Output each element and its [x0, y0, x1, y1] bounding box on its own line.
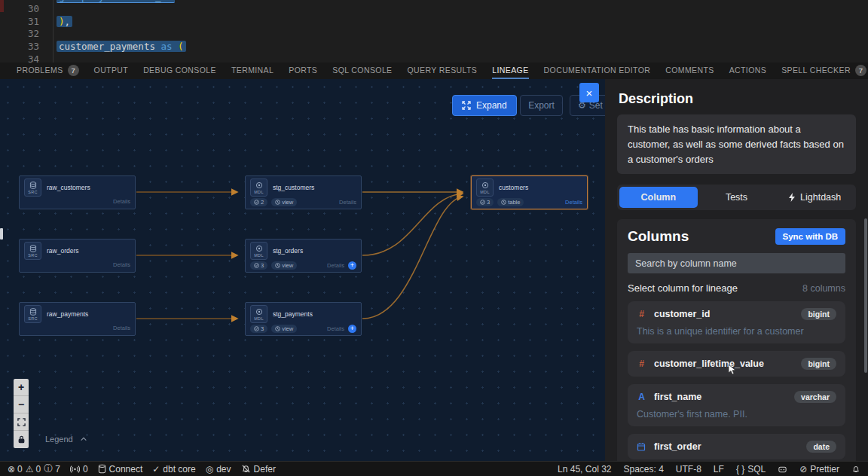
env-selector[interactable]: ◎ dev [206, 464, 231, 474]
tab-actions[interactable]: ACTIONS [729, 63, 766, 79]
bell-slash-icon [241, 464, 251, 474]
node-raw-payments[interactable]: SRCraw_payments Details [19, 302, 136, 336]
type-badge: varchar [794, 391, 836, 403]
node-details-link[interactable]: Details [565, 199, 582, 206]
node-raw-customers[interactable]: SRCraw_customers Details [19, 175, 136, 209]
node-details-link[interactable]: Details [113, 261, 130, 268]
model-icon: MDL [250, 242, 267, 260]
export-button[interactable]: Export [520, 95, 563, 116]
node-details-link[interactable]: Details [339, 199, 356, 206]
eol-selector[interactable]: LF [714, 464, 724, 474]
source-icon: SRC [24, 178, 41, 197]
warning-icon: ⚠ [26, 464, 34, 474]
node-raw-orders[interactable]: SRCraw_orders Details [19, 239, 136, 273]
column-item-customer-id[interactable]: # customer_id bigint This is a unique id… [628, 301, 845, 343]
tab-column[interactable]: Column [619, 187, 698, 208]
tab-lightdash[interactable]: Lightdash [775, 187, 854, 208]
target-icon: ◎ [206, 464, 213, 474]
dbt-core-status[interactable]: ✓ dbt core [152, 464, 195, 474]
node-stg-customers[interactable]: MDLstg_customers 2 view Details [245, 175, 362, 209]
tab-output[interactable]: OUTPUT [94, 63, 129, 79]
canvas-controls: + − [14, 379, 29, 448]
node-details-link[interactable]: Details [327, 262, 344, 269]
gutter-line-34: 34 [0, 53, 39, 63]
ports-status[interactable]: 0 [70, 464, 88, 474]
model-icon: MDL [476, 178, 494, 197]
braces-icon: { } [736, 464, 744, 474]
tab-debug-console[interactable]: DEBUG CONSOLE [143, 63, 216, 79]
gutter-line-31: 31 [0, 16, 39, 27]
tab-query-results[interactable]: QUERY RESULTS [408, 63, 478, 79]
broadcast-icon [70, 465, 80, 474]
notifications-bell[interactable] [851, 464, 860, 474]
defer-toggle[interactable]: Defer [241, 464, 276, 474]
text-type-icon: A [637, 392, 646, 402]
source-icon: SRC [24, 242, 41, 260]
lock-button[interactable] [14, 431, 29, 448]
expand-columns-button[interactable]: + [348, 261, 356, 270]
tab-tests[interactable]: Tests [698, 187, 776, 208]
fit-view-button[interactable] [14, 413, 29, 431]
copilot-status[interactable] [778, 465, 787, 474]
column-item-first-order[interactable]: first_order date [628, 434, 845, 459]
model-icon: MDL [250, 178, 267, 197]
description-body: This table has basic information about a… [617, 114, 856, 174]
column-item-first-name[interactable]: A first_name varchar Customer's first na… [628, 384, 845, 426]
encoding[interactable]: UTF-8 [676, 464, 701, 474]
zoom-out-button[interactable]: − [14, 396, 29, 413]
select-column-label: Select column for lineage [628, 282, 738, 294]
panel-resize-handle[interactable] [0, 228, 3, 240]
tab-ports[interactable]: PORTS [289, 63, 317, 79]
gutter-line-32: 32 [0, 28, 39, 39]
zoom-in-button[interactable]: + [14, 379, 29, 396]
formatter-status[interactable]: ⊘ Prettier [799, 464, 839, 474]
language-mode[interactable]: { } SQL [736, 464, 766, 474]
status-bar: ⊗0 ⚠0 ⓘ7 0 Connect ✓ dbt core ◎ dev Defe… [0, 461, 868, 476]
type-badge: bigint [801, 308, 836, 320]
node-details-link[interactable]: Details [113, 325, 130, 331]
node-details-link[interactable]: Details [327, 325, 344, 332]
panel-tab-bar: PROBLEMS7 OUTPUT DEBUG CONSOLE TERMINAL … [0, 63, 868, 79]
tab-problems[interactable]: PROBLEMS7 [17, 63, 79, 79]
indentation[interactable]: Spaces: 4 [623, 464, 663, 474]
sync-with-db-button[interactable]: Sync with DB [775, 228, 845, 245]
panel-scrollbar[interactable] [864, 218, 867, 373]
lineage-canvas[interactable]: Expand Export ⚙Set × SRCraw_customers De… [0, 79, 605, 461]
gutter-line-33: 33 [0, 41, 39, 52]
tests-badge: 3 [476, 198, 494, 206]
tab-documentation-editor[interactable]: DOCUMENTATION EDITOR [544, 63, 651, 79]
code-editor[interactable]: 30 31 32 33 34 group by customer_id ), c… [0, 0, 868, 63]
expand-button[interactable]: Expand [452, 95, 517, 116]
description-title: Description [619, 91, 856, 107]
spell-checker-count-badge: 7 [855, 65, 866, 76]
calendar-icon [637, 442, 646, 451]
side-panel-tabs: Column Tests Lightdash [617, 185, 856, 210]
numeric-type-icon: # [637, 309, 646, 319]
close-lineage-button[interactable]: × [579, 83, 599, 102]
database-icon [98, 464, 106, 474]
expand-columns-button[interactable]: + [348, 325, 356, 333]
robot-icon [778, 465, 787, 474]
materialization-badge: view [271, 198, 297, 206]
connect-button[interactable]: Connect [98, 464, 143, 474]
check-icon: ✓ [152, 464, 160, 474]
tab-spell-checker[interactable]: SPELL CHECKER7 [781, 63, 866, 79]
tests-badge: 2 [250, 198, 267, 206]
node-stg-orders[interactable]: MDLstg_orders 3 view Details + [245, 239, 362, 273]
legend-toggle[interactable]: Legend [45, 435, 87, 444]
gutter-line-30: 30 [0, 3, 39, 14]
problems-count-badge: 7 [68, 65, 79, 76]
tab-terminal[interactable]: TERMINAL [231, 63, 274, 79]
problems-status[interactable]: ⊗0 ⚠0 ⓘ7 [8, 462, 60, 475]
column-search-input[interactable] [628, 253, 845, 273]
tab-sql-console[interactable]: SQL CONSOLE [332, 63, 392, 79]
node-customers[interactable]: MDLcustomers 3 table Details [471, 175, 588, 209]
tab-lineage[interactable]: LINEAGE [492, 63, 528, 79]
code-line-33: customer_payments as ( [57, 41, 186, 52]
node-stg-payments[interactable]: MDLstg_payments 3 view Details + [245, 302, 362, 336]
cursor-position[interactable]: Ln 45, Col 32 [558, 464, 611, 474]
code-line-31: ), [57, 16, 72, 27]
model-icon: MDL [250, 305, 267, 323]
tab-comments[interactable]: COMMENTS [665, 63, 714, 79]
node-details-link[interactable]: Details [113, 198, 130, 205]
